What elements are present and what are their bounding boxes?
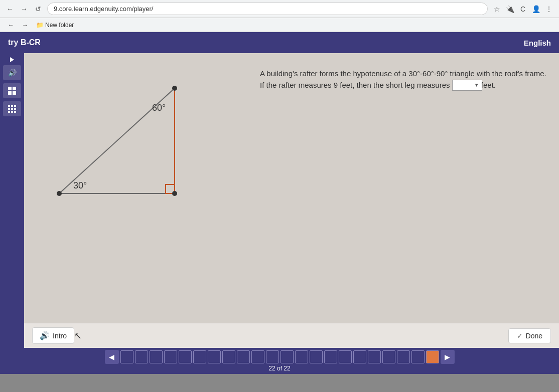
page-box-21[interactable] [411, 350, 425, 363]
extension-icon[interactable]: 🔌 [505, 4, 515, 14]
bookmarks-bar: ← → 📁 New folder [0, 18, 559, 32]
forward-icon[interactable]: → [19, 4, 29, 14]
page-box-9[interactable] [237, 350, 250, 363]
page-box-11[interactable] [266, 350, 279, 363]
sidebar-speaker-icon[interactable]: 🔊 [3, 65, 21, 80]
question-section: A building's rafter forms the hypotenuse… [260, 63, 549, 313]
page-box-16[interactable] [339, 350, 352, 363]
svg-rect-2 [8, 91, 12, 95]
sidebar: 🔊 [0, 53, 24, 348]
done-button[interactable]: ✓ Done [508, 328, 551, 343]
bottom-toolbar: 🔊 Intro ↖ ✓ Done [24, 323, 559, 348]
page-box-14[interactable] [310, 350, 323, 363]
page-box-17[interactable] [353, 350, 366, 363]
intro-button[interactable]: 🔊 Intro [32, 327, 74, 344]
svg-rect-11 [11, 111, 13, 113]
prev-page-button[interactable]: ◀ [105, 350, 119, 364]
page-box-19[interactable] [382, 350, 395, 363]
page-box-18[interactable] [368, 350, 381, 363]
new-folder-bookmark[interactable]: 📁 New folder [33, 21, 77, 30]
svg-rect-10 [8, 111, 10, 113]
sidebar-grid-icon1[interactable] [3, 83, 21, 98]
check-icon: ✓ [517, 332, 523, 340]
svg-rect-3 [13, 91, 16, 95]
question-text: A building's rafter forms the hypotenuse… [260, 68, 549, 91]
content-area: 60° 30° A building's rafter forms the hy… [24, 53, 559, 348]
sidebar-collapse-icon[interactable] [10, 57, 14, 62]
page-box-5[interactable] [179, 350, 192, 363]
page-box-1[interactable] [120, 350, 133, 363]
star-icon[interactable]: ☆ [492, 4, 502, 14]
svg-point-18 [57, 191, 62, 196]
cursor-icon: ↖ [74, 330, 82, 341]
back-nav[interactable]: ← [5, 21, 17, 30]
page-box-10[interactable] [251, 350, 264, 363]
back-icon[interactable]: ← [5, 4, 15, 14]
menu-icon[interactable]: ⋮ [544, 4, 554, 14]
refresh-icon[interactable]: C [518, 4, 528, 14]
svg-rect-5 [11, 105, 13, 107]
answer-dropdown[interactable]: 4.5 9 18 4.5√3 ▼ [452, 80, 479, 91]
page-box-8[interactable] [222, 350, 235, 363]
pagination-wrapper: ◀ ▶ 22 of 22 [105, 350, 455, 372]
next-page-button[interactable]: ▶ [441, 350, 455, 364]
svg-rect-6 [14, 105, 16, 107]
app-header: try B-CR English [0, 32, 559, 53]
page-box-7[interactable] [208, 350, 221, 363]
svg-point-17 [172, 86, 177, 91]
page-box-current[interactable] [426, 350, 439, 363]
page-box-13[interactable] [295, 350, 308, 363]
pagination-bar: ◀ ▶ 22 of 22 [0, 348, 559, 374]
main-area: 🔊 [0, 53, 559, 348]
svg-text:30°: 30° [73, 180, 87, 190]
page-box-15[interactable] [324, 350, 337, 363]
page-count-label: 22 of 22 [268, 365, 290, 372]
language-label: English [524, 39, 551, 47]
svg-rect-8 [11, 108, 13, 110]
pagination-inner: ◀ ▶ [105, 350, 455, 364]
question-area: 60° 30° A building's rafter forms the hy… [24, 53, 559, 323]
svg-rect-7 [8, 108, 10, 110]
done-label: Done [526, 332, 542, 340]
forward-nav[interactable]: → [19, 21, 31, 30]
svg-rect-4 [8, 105, 10, 107]
browser-bar: ← → ↺ 9.core.learn.edgenuity.com/player/… [0, 0, 559, 18]
svg-rect-0 [8, 87, 12, 90]
intro-label: Intro [53, 332, 67, 340]
svg-rect-1 [13, 87, 16, 90]
answer-select[interactable]: 4.5 9 18 4.5√3 [452, 80, 482, 91]
reload-icon[interactable]: ↺ [33, 4, 43, 14]
page-box-6[interactable] [193, 350, 206, 363]
page-box-4[interactable] [164, 350, 177, 363]
app-title: try B-CR [8, 38, 41, 47]
svg-rect-9 [14, 108, 16, 110]
page-box-12[interactable] [281, 350, 294, 363]
intro-speaker-icon: 🔊 [40, 331, 50, 340]
diagram-section: 60° 30° [34, 63, 245, 313]
page-box-3[interactable] [150, 350, 163, 363]
svg-rect-12 [14, 111, 16, 113]
svg-text:60°: 60° [152, 103, 166, 113]
page-box-20[interactable] [397, 350, 410, 363]
profile-icon[interactable]: 👤 [531, 4, 541, 14]
folder-icon: 📁 [36, 22, 44, 29]
page-box-2[interactable] [135, 350, 148, 363]
svg-point-19 [172, 191, 177, 196]
sidebar-grid-icon2[interactable] [3, 101, 21, 116]
triangle-diagram: 60° 30° [34, 63, 225, 214]
url-bar[interactable]: 9.core.learn.edgenuity.com/player/ [47, 3, 488, 15]
